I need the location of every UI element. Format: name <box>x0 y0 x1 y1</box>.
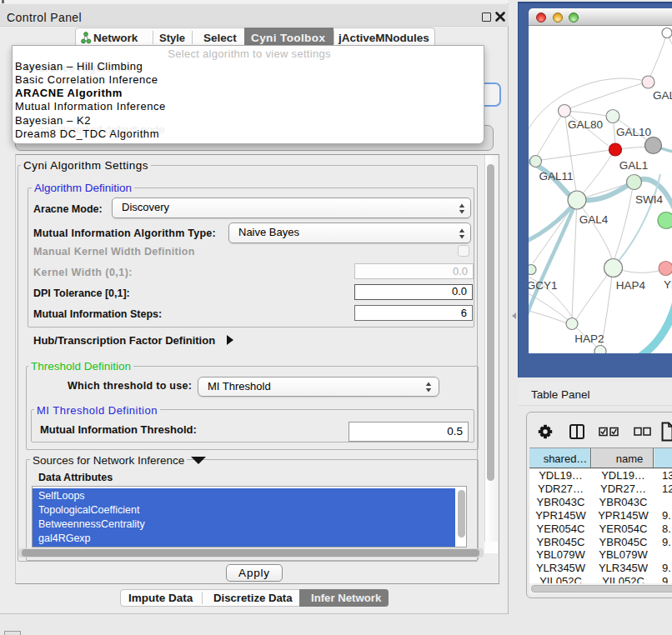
svg-text:GAL7: GAL7 <box>653 89 672 102</box>
svg-text:GAL11: GAL11 <box>539 170 573 182</box>
svg-text:GCY1: GCY1 <box>529 279 557 292</box>
svg-text:SWI4: SWI4 <box>635 193 663 206</box>
svg-text:GAL1: GAL1 <box>619 159 649 172</box>
svg-text:HAP2: HAP2 <box>574 332 604 345</box>
svg-text:GAL4: GAL4 <box>579 213 609 226</box>
svg-text:HAP4: HAP4 <box>616 279 646 292</box>
svg-text:GAL80: GAL80 <box>568 118 603 131</box>
svg-text:YM: YM <box>664 278 672 291</box>
svg-text:GAL10: GAL10 <box>616 126 651 138</box>
